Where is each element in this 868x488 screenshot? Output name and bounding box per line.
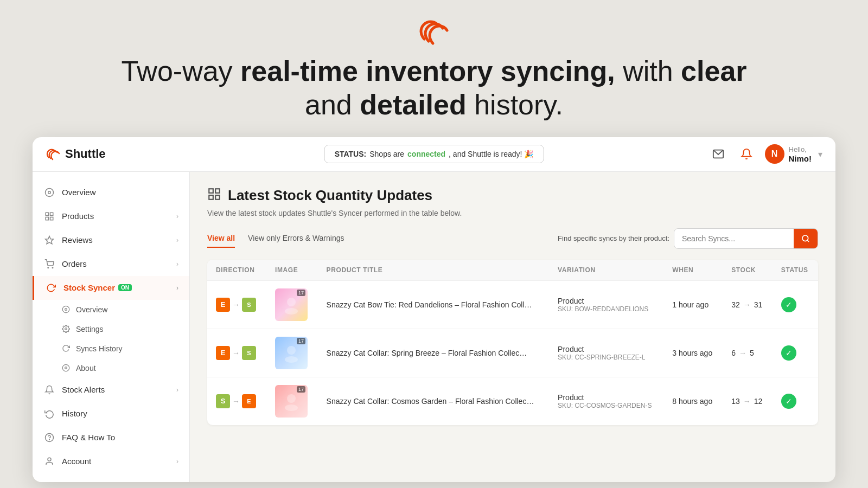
notification-bell-icon[interactable] <box>737 144 756 164</box>
tab-view-all[interactable]: View all <box>207 229 235 248</box>
stock-cell-2: 13 → 12 <box>723 377 773 425</box>
stock-change: 6 → 5 <box>731 349 764 357</box>
sidebar-item-stock-alerts[interactable]: Stock Alerts › <box>33 378 189 402</box>
search-button[interactable] <box>794 229 818 248</box>
sidebar-subitem-syncs-history[interactable]: Syncs History <box>33 339 189 358</box>
sidebar-subitem-settings[interactable]: Settings <box>33 319 189 339</box>
subitem-about-label: About <box>76 364 96 373</box>
svg-point-13 <box>62 365 69 372</box>
products-icon <box>43 210 55 222</box>
sidebar-item-history[interactable]: History <box>33 402 189 426</box>
reviews-chevron-icon: › <box>176 236 178 244</box>
sidebar-item-account[interactable]: Account › <box>33 450 189 473</box>
sidebar-subitem-about[interactable]: About <box>33 358 189 378</box>
stock-syncer-on-badge: ON <box>118 284 132 291</box>
page-title: Latest Stock Quantity Updates <box>228 187 432 204</box>
sidebar-item-products[interactable]: Products › <box>33 204 189 228</box>
sidebar-stock-syncer-label: Stock Syncer <box>63 283 115 292</box>
sidebar-item-stock-syncer[interactable]: Stock Syncer ON › <box>33 276 189 300</box>
sidebar-item-faq[interactable]: FAQ & How To <box>33 426 189 450</box>
variation-cell-2: Product SKU: CC-COSMOS-GARDEN-S <box>549 377 663 425</box>
stock-to: 31 <box>754 300 763 309</box>
direction-from-badge: E <box>216 346 230 360</box>
page-subtitle: View the latest stock updates Shuttle's … <box>207 209 818 217</box>
svg-rect-20 <box>209 195 213 200</box>
svg-point-11 <box>65 309 67 311</box>
svg-rect-6 <box>50 217 53 220</box>
product-image: 17 <box>275 288 308 321</box>
direction-from-badge: E <box>216 298 230 312</box>
svg-point-26 <box>287 346 296 355</box>
status-cell-2: ✓ <box>773 377 818 425</box>
svg-rect-19 <box>215 189 220 193</box>
products-chevron-icon: › <box>176 213 178 220</box>
svg-point-25 <box>285 308 298 314</box>
brand-name: Shuttle <box>65 147 106 161</box>
user-dropdown[interactable]: N Hello, Nimo! ▾ <box>765 144 823 164</box>
variation-text: Product <box>558 297 655 305</box>
toolbar: View all View only Errors & Warnings Fin… <box>207 228 818 249</box>
app-window: Shuttle STATUS: Shops are connected , an… <box>33 137 835 482</box>
tab-errors-warnings[interactable]: View only Errors & Warnings <box>248 229 344 248</box>
hero-logo <box>11 17 857 48</box>
user-name: Nimo! <box>789 154 812 163</box>
svg-rect-5 <box>46 217 48 220</box>
svg-point-24 <box>287 298 296 306</box>
sku-text: SKU: BOW-REDDANDELIONS <box>558 305 655 313</box>
product-image: 17 <box>275 337 308 369</box>
when-cell-0: 1 hour ago <box>663 280 723 329</box>
status-text: Shops are <box>369 150 404 158</box>
product-title-cell-0: Snazzy Cat Bow Tie: Red Dandelions – Flo… <box>318 280 550 329</box>
sidebar-subitem-overview[interactable]: Overview <box>33 300 189 319</box>
sidebar-item-overview[interactable]: Overview <box>33 181 189 204</box>
sidebar: Overview Products › Reviews › <box>33 172 190 482</box>
status-success-icon: ✓ <box>781 297 796 312</box>
col-variation: VARIATION <box>549 260 663 281</box>
col-when: WHEN <box>663 260 723 281</box>
user-avatar: N <box>765 144 784 164</box>
stock-from: 13 <box>731 397 740 406</box>
direction-to-badge: E <box>242 394 256 408</box>
svg-point-22 <box>802 235 808 241</box>
sidebar-item-orders[interactable]: Orders › <box>33 252 189 276</box>
variation-cell-1: Product SKU: CC-SPRING-BREEZE-L <box>549 329 663 377</box>
tabs: View all View only Errors & Warnings <box>207 229 358 248</box>
sku-text: SKU: CC-SPRING-BREEZE-L <box>558 354 655 361</box>
when-cell-1: 3 hours ago <box>663 329 723 377</box>
status-cell-1: ✓ <box>773 329 818 377</box>
svg-rect-4 <box>50 213 53 215</box>
col-direction: DIRECTION <box>207 260 266 281</box>
stock-to: 12 <box>754 397 763 406</box>
status-success-icon: ✓ <box>781 394 796 409</box>
direction-cell-0: E → S <box>207 280 266 329</box>
sub-about-icon <box>61 363 71 373</box>
direction-to-badge: S <box>242 346 256 360</box>
direction-arrow-icon: → <box>232 397 240 406</box>
subitem-syncs-history-label: Syncs History <box>76 344 123 353</box>
table-header-row: DIRECTION IMAGE PRODUCT TITLE VARIATION … <box>207 260 818 281</box>
svg-point-28 <box>287 394 296 403</box>
variation-text: Product <box>558 345 655 354</box>
col-stock: STOCK <box>723 260 773 281</box>
svg-marker-7 <box>46 236 54 243</box>
header-status: STATUS: Shops are connected , and Shuttl… <box>324 145 544 163</box>
svg-point-10 <box>62 306 69 313</box>
status-cell-0: ✓ <box>773 280 818 329</box>
direction-from-badge: S <box>216 394 230 408</box>
product-image: 17 <box>275 385 308 418</box>
table-row: S → E 17 Snazzy Cat Collar: Cosmos Garde… <box>207 377 818 425</box>
svg-point-27 <box>285 356 298 363</box>
overview-icon <box>43 187 55 198</box>
variation-text: Product <box>558 393 655 402</box>
stock-alerts-icon <box>43 384 55 396</box>
sidebar-item-reviews[interactable]: Reviews › <box>33 228 189 252</box>
search-label: Find specific syncs by their product: <box>558 234 669 242</box>
svg-point-12 <box>65 328 67 330</box>
status-connected: connected <box>407 150 445 158</box>
search-input[interactable] <box>674 229 794 248</box>
sub-overview-icon <box>61 305 71 314</box>
subitem-settings-label: Settings <box>76 325 104 333</box>
sidebar-products-label: Products <box>62 211 94 221</box>
email-icon[interactable] <box>709 144 728 164</box>
svg-point-9 <box>52 267 53 268</box>
